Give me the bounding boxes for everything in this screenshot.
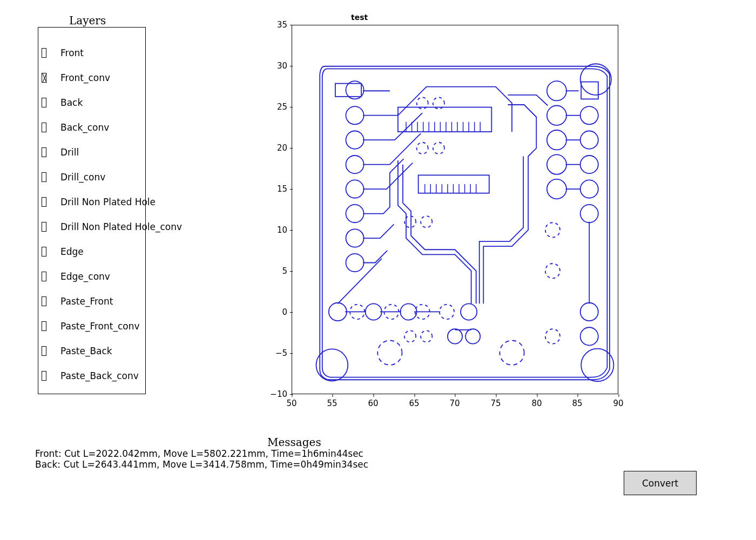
layer-label: Paste_Back_conv bbox=[60, 370, 139, 381]
svg-point-37 bbox=[545, 222, 560, 237]
y-tick: 30 bbox=[260, 61, 287, 71]
y-tick: −5 bbox=[260, 348, 287, 358]
svg-point-15 bbox=[547, 81, 566, 100]
layer-item[interactable]: Back_conv bbox=[42, 115, 142, 140]
svg-point-47 bbox=[421, 330, 432, 342]
svg-point-10 bbox=[346, 205, 363, 222]
svg-point-41 bbox=[433, 143, 444, 154]
layer-label: Back bbox=[60, 97, 83, 108]
x-tick: 60 bbox=[368, 399, 378, 408]
svg-point-40 bbox=[417, 143, 428, 154]
svg-point-16 bbox=[547, 106, 566, 125]
svg-point-19 bbox=[547, 179, 566, 199]
svg-point-26 bbox=[580, 327, 598, 345]
layer-item[interactable]: Drill Non Plated Hole_conv bbox=[42, 214, 142, 239]
svg-point-23 bbox=[580, 180, 598, 198]
svg-point-36 bbox=[440, 305, 454, 319]
checkbox-icon[interactable] bbox=[42, 346, 46, 356]
x-tick: 65 bbox=[409, 399, 419, 408]
svg-point-39 bbox=[545, 329, 560, 343]
layer-label: Edge bbox=[60, 246, 84, 257]
layer-label: Paste_Front bbox=[60, 296, 113, 307]
y-tick: 20 bbox=[260, 143, 287, 153]
svg-point-6 bbox=[346, 106, 363, 124]
x-tick: 55 bbox=[327, 399, 337, 408]
svg-point-20 bbox=[580, 106, 598, 124]
layer-label: Paste_Back bbox=[60, 346, 112, 356]
checkbox-icon[interactable] bbox=[42, 247, 46, 256]
y-tick: 5 bbox=[260, 266, 287, 276]
checkbox-icon[interactable] bbox=[42, 48, 46, 58]
svg-point-22 bbox=[580, 156, 598, 173]
layer-label: Paste_Front_conv bbox=[60, 321, 139, 332]
plot-title: test bbox=[351, 13, 368, 22]
layer-item[interactable]: Front bbox=[42, 40, 142, 65]
layer-item[interactable]: Paste_Back bbox=[42, 339, 142, 363]
svg-point-8 bbox=[346, 156, 363, 173]
layer-item[interactable]: Drill Non Plated Hole bbox=[42, 190, 142, 214]
layer-item[interactable]: Front_conv bbox=[42, 65, 142, 90]
layers-panel: Front Front_conv Back Back_conv Drill Dr… bbox=[38, 27, 146, 394]
svg-point-46 bbox=[404, 330, 416, 342]
y-tick: −10 bbox=[260, 389, 287, 399]
svg-point-18 bbox=[547, 154, 566, 174]
checkbox-icon[interactable] bbox=[42, 73, 46, 83]
svg-point-0 bbox=[580, 64, 611, 95]
checkbox-icon[interactable] bbox=[42, 197, 46, 207]
y-tick: 35 bbox=[260, 20, 287, 30]
layer-item[interactable]: Edge_conv bbox=[42, 264, 142, 289]
convert-button[interactable]: Convert bbox=[624, 471, 697, 495]
layer-label: Drill Non Plated Hole_conv bbox=[60, 221, 182, 232]
checkbox-icon[interactable] bbox=[42, 222, 46, 232]
svg-rect-27 bbox=[581, 82, 598, 99]
checkbox-icon[interactable] bbox=[42, 147, 46, 157]
plot-canvas[interactable] bbox=[292, 25, 618, 394]
layer-item[interactable]: Drill bbox=[42, 140, 142, 165]
message-line: Back: Cut L=2643.441mm, Move L=3414.758m… bbox=[35, 459, 368, 470]
svg-point-25 bbox=[580, 303, 598, 321]
layers-title: Layers bbox=[69, 14, 106, 27]
svg-point-14 bbox=[329, 303, 347, 321]
y-tick: 15 bbox=[260, 184, 287, 194]
checkbox-icon[interactable] bbox=[42, 321, 46, 331]
messages-title: Messages bbox=[267, 436, 321, 449]
layer-item[interactable]: Paste_Back_conv bbox=[42, 363, 142, 388]
layer-item[interactable]: Drill_conv bbox=[42, 165, 142, 190]
svg-point-9 bbox=[346, 180, 363, 198]
svg-point-32 bbox=[465, 329, 480, 343]
svg-point-28 bbox=[366, 303, 382, 320]
y-tick: 25 bbox=[260, 102, 287, 112]
layer-item[interactable]: Paste_Front_conv bbox=[42, 314, 142, 339]
layer-item[interactable]: Back bbox=[42, 90, 142, 115]
layer-label: Front bbox=[60, 48, 84, 58]
layer-label: Edge_conv bbox=[60, 271, 110, 282]
checkbox-icon[interactable] bbox=[42, 98, 46, 107]
x-tick: 85 bbox=[572, 399, 582, 408]
x-tick: 70 bbox=[449, 399, 460, 408]
x-tick: 90 bbox=[613, 399, 623, 408]
svg-point-3 bbox=[377, 340, 402, 364]
svg-rect-13 bbox=[335, 84, 361, 97]
svg-point-7 bbox=[346, 131, 363, 149]
x-tick: 80 bbox=[531, 399, 542, 408]
layer-item[interactable]: Paste_Front bbox=[42, 289, 142, 314]
svg-point-24 bbox=[580, 205, 598, 222]
checkbox-icon[interactable] bbox=[42, 172, 46, 182]
layer-item[interactable]: Edge bbox=[42, 239, 142, 264]
checkbox-icon[interactable] bbox=[42, 123, 46, 132]
x-tick: 50 bbox=[286, 399, 296, 408]
svg-point-11 bbox=[346, 229, 363, 247]
x-tick: 75 bbox=[490, 399, 501, 408]
svg-point-45 bbox=[421, 216, 432, 227]
checkbox-icon[interactable] bbox=[42, 272, 46, 281]
checkbox-icon[interactable] bbox=[42, 371, 46, 381]
svg-point-17 bbox=[547, 130, 566, 150]
svg-point-2 bbox=[316, 349, 348, 381]
y-tick: 0 bbox=[260, 307, 287, 317]
svg-point-4 bbox=[500, 340, 524, 364]
svg-point-30 bbox=[461, 303, 477, 320]
svg-point-21 bbox=[580, 131, 598, 149]
layer-label: Back_conv bbox=[60, 122, 109, 133]
layer-label: Drill bbox=[60, 147, 79, 158]
checkbox-icon[interactable] bbox=[42, 296, 46, 306]
